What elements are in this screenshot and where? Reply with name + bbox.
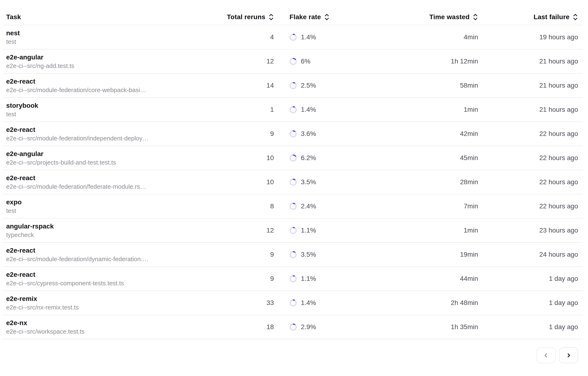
task-cell: e2e-react e2e-ci--src/module-federation/…: [3, 174, 237, 191]
time-wasted-cell: 1min: [384, 106, 478, 114]
table-row[interactable]: e2e-nx e2e-ci--src/workspace.test.ts 18 …: [3, 315, 583, 339]
time-wasted-value: 7min: [464, 202, 478, 210]
total-reruns-value: 9: [270, 275, 274, 282]
table-row[interactable]: e2e-react e2e-ci--src/module-federation/…: [3, 74, 583, 98]
table-row[interactable]: e2e-react e2e-ci--src/module-federation/…: [3, 170, 583, 194]
task-target: e2e-ci--src/module-federation/independen…: [6, 134, 234, 142]
task-name: expo: [6, 198, 237, 207]
task-name: nest: [6, 29, 237, 38]
flake-rate-donut-icon: [289, 275, 297, 282]
task-name: e2e-react: [6, 174, 237, 183]
time-wasted-value: 28min: [460, 178, 478, 186]
flake-rate-value: 3.5%: [301, 178, 316, 186]
flake-rate-value: 2.9%: [301, 323, 316, 331]
task-name: storybook: [6, 101, 237, 110]
column-header-time-wasted-label: Time wasted: [429, 13, 470, 21]
last-failure-value: 19 hours ago: [539, 33, 578, 41]
flake-rate-donut-icon: [289, 34, 297, 41]
time-wasted-cell: 1min: [384, 227, 478, 234]
sort-control-flake-rate[interactable]: Flake rate: [289, 13, 330, 21]
total-reruns-value: 4: [270, 33, 274, 41]
flake-rate-cell: 2.4%: [274, 202, 384, 210]
sort-control-total-reruns[interactable]: Total reruns: [227, 13, 274, 21]
table-body: nest test 4 1.4% 4min 19 hours ago e2e-a…: [3, 25, 583, 339]
time-wasted-value: 58min: [460, 82, 478, 89]
last-failure-cell: 24 hours ago: [478, 251, 583, 258]
task-cell: storybook test: [3, 101, 237, 118]
flake-rate-value: 3.6%: [301, 130, 316, 137]
total-reruns-cell: 33: [237, 299, 274, 307]
table-row[interactable]: e2e-angular e2e-ci--src/projects-build-a…: [3, 146, 583, 170]
time-wasted-cell: 1h 35min: [384, 323, 478, 331]
last-failure-cell: 22 hours ago: [478, 202, 583, 210]
flake-rate-cell: 2.9%: [274, 323, 384, 331]
task-target: e2e-ci--src/module-federation/federate-m…: [6, 183, 234, 191]
last-failure-value: 24 hours ago: [539, 251, 578, 258]
task-name: e2e-nx: [6, 318, 237, 327]
last-failure-cell: 1 day ago: [478, 323, 583, 331]
previous-page-button[interactable]: [537, 347, 556, 363]
time-wasted-cell: 19min: [384, 251, 478, 258]
flake-rate-donut-icon: [289, 106, 297, 114]
time-wasted-value: 1min: [464, 106, 478, 114]
task-cell: e2e-react e2e-ci--src/module-federation/…: [3, 125, 237, 142]
last-failure-value: 22 hours ago: [539, 202, 578, 210]
column-header-time-wasted: Time wasted: [384, 13, 478, 21]
flake-rate-value: 1.1%: [301, 275, 316, 282]
time-wasted-cell: 28min: [384, 178, 478, 186]
task-name: e2e-react: [6, 246, 237, 255]
table-row[interactable]: e2e-react e2e-ci--src/cypress-component-…: [3, 267, 583, 291]
task-cell: e2e-react e2e-ci--src/module-federation/…: [3, 246, 237, 263]
table-row[interactable]: expo test 8 2.4% 7min 22 hours ago: [3, 194, 583, 219]
task-target: e2e-ci--src/ng-add.test.ts: [6, 62, 234, 70]
time-wasted-value: 44min: [460, 275, 478, 282]
table-row[interactable]: nest test 4 1.4% 4min 19 hours ago: [3, 25, 583, 50]
flake-rate-cell: 6.2%: [274, 154, 384, 162]
task-name: e2e-remix: [6, 294, 237, 303]
table-row[interactable]: storybook test 1 1.4% 1min 21 hours ago: [3, 98, 583, 122]
time-wasted-cell: 58min: [384, 82, 478, 89]
time-wasted-cell: 42min: [384, 130, 478, 137]
task-cell: e2e-angular e2e-ci--src/projects-build-a…: [3, 149, 237, 167]
table-row[interactable]: e2e-remix e2e-ci--src/nx-remix.test.ts 3…: [3, 291, 583, 315]
last-failure-value: 1 day ago: [549, 323, 578, 331]
last-failure-cell: 1 day ago: [478, 299, 583, 307]
last-failure-cell: 19 hours ago: [478, 33, 583, 41]
sort-control-time-wasted[interactable]: Time wasted: [429, 13, 478, 21]
time-wasted-cell: 45min: [384, 154, 478, 162]
sort-chevrons-icon: [473, 13, 478, 21]
flake-rate-cell: 1.1%: [274, 227, 384, 234]
time-wasted-value: 1min: [464, 227, 478, 234]
task-target: e2e-ci--src/projects-build-and-test.test…: [6, 158, 234, 167]
last-failure-value: 21 hours ago: [539, 82, 578, 89]
total-reruns-cell: 8: [237, 202, 274, 210]
sort-control-last-failure[interactable]: Last failure: [534, 13, 578, 21]
flake-rate-cell: 3.5%: [274, 178, 384, 186]
flake-rate-cell: 3.5%: [274, 251, 384, 258]
total-reruns-cell: 9: [237, 275, 274, 282]
table-row[interactable]: angular-rspack typecheck 12 1.1% 1min 23…: [3, 219, 583, 243]
chevron-left-icon: [543, 352, 550, 359]
flake-rate-cell: 2.5%: [274, 82, 384, 89]
total-reruns-cell: 4: [237, 33, 274, 41]
table-row[interactable]: e2e-react e2e-ci--src/module-federation/…: [3, 122, 583, 146]
flake-rate-value: 1.4%: [301, 106, 316, 114]
table-header-row: Task Total reruns Flake rate Time wasted: [3, 0, 583, 25]
sort-chevrons-icon: [268, 13, 274, 21]
flake-rate-cell: 6%: [274, 58, 384, 65]
column-header-task-label: Task: [6, 13, 21, 21]
task-cell: e2e-react e2e-ci--src/cypress-component-…: [3, 270, 237, 287]
flake-rate-donut-icon: [289, 324, 297, 331]
last-failure-cell: 22 hours ago: [478, 154, 583, 162]
flake-rate-donut-icon: [289, 299, 297, 307]
task-cell: angular-rspack typecheck: [3, 222, 237, 239]
task-cell: e2e-remix e2e-ci--src/nx-remix.test.ts: [3, 294, 237, 311]
total-reruns-value: 8: [270, 202, 274, 210]
task-target: test: [6, 207, 234, 215]
time-wasted-value: 4min: [464, 33, 478, 41]
next-page-button[interactable]: [559, 347, 578, 363]
table-row[interactable]: e2e-react e2e-ci--src/module-federation/…: [3, 243, 583, 267]
time-wasted-cell: 44min: [384, 275, 478, 282]
task-target: e2e-ci--src/module-federation/dynamic-fe…: [6, 255, 234, 263]
table-row[interactable]: e2e-angular e2e-ci--src/ng-add.test.ts 1…: [3, 50, 583, 74]
